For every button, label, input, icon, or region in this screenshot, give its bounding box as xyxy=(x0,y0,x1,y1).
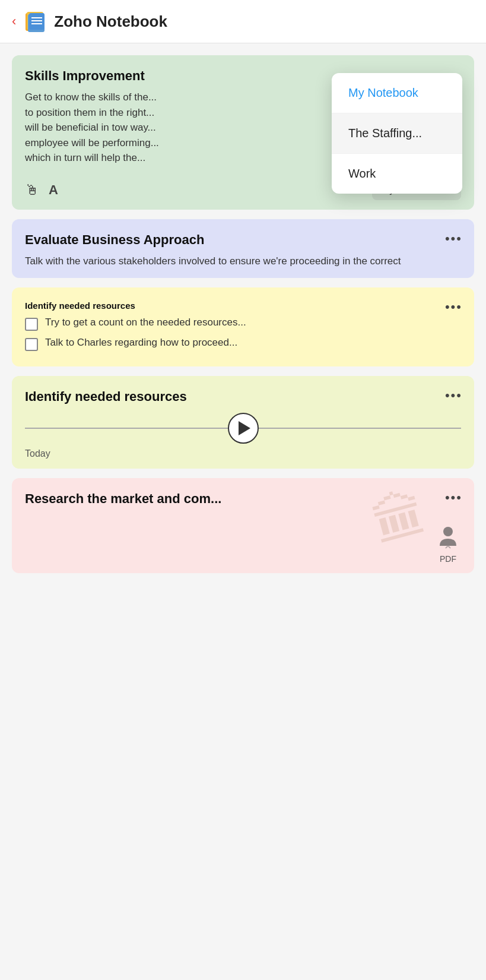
research-more-button[interactable]: ••• xyxy=(445,490,462,505)
font-icon: A xyxy=(49,182,58,198)
evaluate-body: Talk with the various stakeholders invol… xyxy=(25,254,461,269)
pdf-icon xyxy=(434,523,462,552)
play-button[interactable] xyxy=(228,413,259,444)
play-triangle-icon xyxy=(239,421,250,435)
checkbox-1[interactable] xyxy=(25,318,38,331)
identify-checklist-card: ••• Identify needed resources Try to get… xyxy=(12,287,474,366)
identify-audio-title: Identify needed resources xyxy=(25,389,461,404)
research-title: Research the market and com... xyxy=(25,491,461,507)
identify-checklist-title: Identify needed resources xyxy=(25,301,461,311)
identify-checklist-more-button[interactable]: ••• xyxy=(445,299,462,315)
checklist-item-1-label: Try to get a count on the needed resourc… xyxy=(45,317,246,328)
notebook-dropdown: My Notebook The Staffing... Work xyxy=(332,73,462,194)
footer-icons: 🖱 A xyxy=(25,182,58,198)
evaluate-more-button[interactable]: ••• xyxy=(445,231,462,246)
checklist-item-2: Talk to Charles regarding how to proceed… xyxy=(25,337,461,351)
app-header: ‹ Zoho Notebook xyxy=(0,0,486,43)
evaluate-card: ••• Evaluate Business Approach Talk with… xyxy=(12,219,474,279)
checklist-item-1: Try to get a count on the needed resourc… xyxy=(25,317,461,331)
stamp-icon: 🖱 xyxy=(25,182,39,198)
back-button[interactable]: ‹ xyxy=(12,14,16,29)
app-title: Zoho Notebook xyxy=(54,12,167,31)
dropdown-item-the-staffing[interactable]: The Staffing... xyxy=(332,113,462,154)
checkbox-2[interactable] xyxy=(25,338,38,351)
pdf-label: PDF xyxy=(440,554,456,564)
audio-track-right xyxy=(259,428,462,429)
app-icon xyxy=(23,10,47,33)
identify-audio-more-button[interactable]: ••• xyxy=(445,388,462,403)
evaluate-title: Evaluate Business Approach xyxy=(25,232,461,248)
checklist-item-2-label: Talk to Charles regarding how to proceed… xyxy=(45,337,237,349)
identify-audio-card: ••• Identify needed resources Today xyxy=(12,376,474,469)
audio-player xyxy=(25,413,461,444)
audio-date: Today xyxy=(25,448,461,459)
research-card: ••• Research the market and com... 🏛 PDF xyxy=(12,478,474,573)
skills-card-wrapper: Skills Improvement Get to know the skill… xyxy=(12,55,474,210)
dropdown-item-work[interactable]: Work xyxy=(332,154,462,194)
dropdown-item-my-notebook[interactable]: My Notebook xyxy=(332,73,462,113)
audio-track-left xyxy=(25,428,228,429)
svg-point-7 xyxy=(443,527,453,536)
main-content: Skills Improvement Get to know the skill… xyxy=(0,43,486,591)
pdf-icon-area: PDF xyxy=(434,523,462,564)
